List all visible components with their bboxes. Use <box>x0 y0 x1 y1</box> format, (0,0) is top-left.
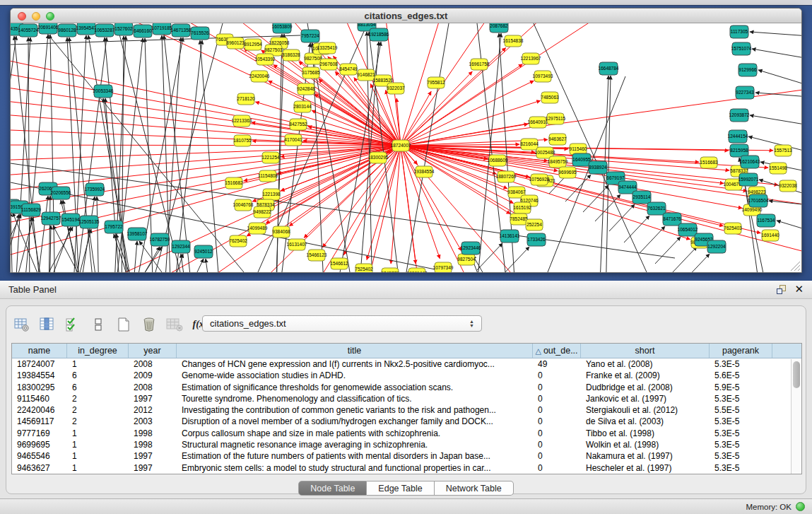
table-cell[interactable]: Dudbridge et al. (2008) <box>581 382 710 393</box>
graph-node[interactable]: 16131407 <box>287 239 307 250</box>
graph-node[interactable]: 12213363 <box>232 115 252 127</box>
table-cell[interactable]: 5.3E-5 <box>710 416 772 427</box>
graph-node[interactable]: 252254 <box>526 219 543 230</box>
table-cell[interactable]: 5.3E-5 <box>710 450 772 462</box>
column-visibility-icon[interactable] <box>39 316 56 333</box>
graph-node[interactable]: 12975115 <box>546 113 566 124</box>
graph-node[interactable]: 8454749 <box>339 64 358 75</box>
table-cell[interactable]: 0 <box>533 393 581 404</box>
graph-node[interactable]: 19384554 <box>414 166 435 177</box>
graph-node[interactable]: 2718120 <box>237 93 255 105</box>
table-cell[interactable]: 2 <box>67 393 129 404</box>
column-header-year[interactable]: year <box>129 344 177 358</box>
table-cell[interactable]: 14569117 <box>12 416 67 427</box>
table-cell[interactable]: 5.3E-5 <box>710 462 772 474</box>
graph-node[interactable]: 1292204 <box>707 240 726 253</box>
table-cell[interactable]: 2008 <box>129 358 177 370</box>
table-cell[interactable]: 0 <box>533 450 581 462</box>
graph-node[interactable]: 1640955 <box>572 153 591 166</box>
graph-node[interactable]: 8186328 <box>282 49 300 61</box>
graph-node[interactable]: 7957224 <box>301 30 319 42</box>
table-cell[interactable]: 1998 <box>129 439 177 450</box>
graph-node[interactable]: 7525402 <box>355 264 373 272</box>
table-cell[interactable]: 5.3E-5 <box>710 393 772 404</box>
table-cell[interactable]: 5.6E-5 <box>710 370 772 381</box>
graph-node[interactable]: 14671358 <box>171 24 192 37</box>
table-cell[interactable]: 0 <box>533 428 581 439</box>
graph-node[interactable]: 4170041 <box>284 134 302 146</box>
zoom-window-icon[interactable] <box>46 12 54 21</box>
graph-node[interactable]: 10973493 <box>533 71 553 82</box>
table-cell[interactable]: Structural magnetic resonance image aver… <box>177 439 533 450</box>
table-row[interactable]: 1830029562008Estimation of significance … <box>12 382 801 393</box>
graph-node[interactable]: 14055724 <box>18 24 39 37</box>
graph-node[interactable]: 10046768 <box>233 199 254 211</box>
window-resize-grip[interactable] <box>791 262 800 271</box>
graph-node[interactable]: 12213967 <box>521 53 541 64</box>
graph-node[interactable]: 1545194 <box>61 214 80 226</box>
graph-node[interactable]: 1557513 <box>774 145 792 156</box>
graph-node[interactable]: 12093872 <box>729 109 750 122</box>
graph-node[interactable]: 8216044 <box>520 139 539 150</box>
graph-node[interactable]: 7955812 <box>427 77 445 88</box>
graph-node[interactable]: 20206556 <box>51 187 71 199</box>
table-row[interactable]: 946554611997Estimation of the future num… <box>12 450 801 462</box>
graph-node[interactable]: 22420046 <box>249 71 270 82</box>
table-cell[interactable]: 1 <box>67 462 129 474</box>
table-cell[interactable]: Jankovic et al. (1997) <box>581 393 710 404</box>
table-row[interactable]: 1938455462009Genome-wide association stu… <box>12 370 801 381</box>
graph-node[interactable]: 8912954 <box>244 39 262 50</box>
memory-status-icon[interactable] <box>796 502 805 511</box>
graph-node[interactable]: 9322037 <box>387 83 405 94</box>
row-height-icon[interactable] <box>90 316 107 333</box>
delete-rows-icon[interactable] <box>141 316 158 333</box>
graph-node[interactable]: 1167534 <box>757 214 775 227</box>
graph-node[interactable]: 10756928 <box>529 174 550 185</box>
column-header-in_degree[interactable]: in_degree <box>67 344 129 358</box>
table-cell[interactable]: Estimation of the future numbers of pati… <box>177 450 533 462</box>
graph-node[interactable]: 1117305 <box>730 25 748 38</box>
column-header-title[interactable]: title <box>177 344 533 358</box>
column-header-short[interactable]: short <box>581 344 710 358</box>
table-cell[interactable]: 49 <box>533 358 581 370</box>
table-cell[interactable]: 0 <box>533 404 581 416</box>
table-cell[interactable]: Corpus callosum shape and size in male p… <box>177 428 533 439</box>
graph-node[interactable]: 16210643 <box>740 156 760 168</box>
graph-node[interactable]: 12942757 <box>41 212 61 225</box>
graph-node[interactable]: 11156829 <box>21 204 41 216</box>
graph-node[interactable]: 1221254 <box>261 152 280 163</box>
table-cell[interactable]: 19384554 <box>12 370 67 381</box>
scrollbar-thumb[interactable] <box>793 361 800 388</box>
graph-node[interactable]: 1516683 <box>700 157 718 168</box>
graph-node[interactable]: 1516682 <box>225 177 243 189</box>
table-cell[interactable]: 0 <box>533 439 581 450</box>
table-cell[interactable]: 2 <box>67 404 129 416</box>
graph-hub-node[interactable]: 18724007 <box>391 140 411 151</box>
table-cell[interactable]: Wolkin et al. (1998) <box>581 439 710 450</box>
graph-node[interactable]: 14099489 <box>247 223 268 234</box>
table-cell[interactable]: Franke et al. (2009) <box>581 370 710 381</box>
graph-node[interactable]: 15992071 <box>739 173 759 186</box>
table-settings-icon[interactable] <box>13 316 30 333</box>
table-cell[interactable]: 0 <box>533 416 581 427</box>
graph-node[interactable]: 16091447 <box>407 268 428 272</box>
graph-node[interactable]: 16648784 <box>599 62 619 75</box>
graph-node[interactable]: 19218586 <box>369 28 389 41</box>
table-cell[interactable]: 2012 <box>129 404 177 416</box>
graph-node[interactable]: 18300295 <box>368 152 389 163</box>
graph-node[interactable]: 1546612 <box>330 258 348 269</box>
table-cell[interactable]: Disruption of a novel member of a sodium… <box>177 416 533 427</box>
select-rows-icon[interactable] <box>64 316 81 333</box>
graph-node[interactable]: 9827504 <box>457 254 476 265</box>
new-table-icon[interactable] <box>115 316 132 333</box>
table-cell[interactable]: Genome-wide association studies in ADHD. <box>177 370 533 381</box>
table-cell[interactable]: 18724007 <box>12 358 67 370</box>
graph-node[interactable]: 15751074 <box>731 42 752 55</box>
graph-node[interactable]: 17359924 <box>85 183 105 196</box>
graph-node[interactable]: 2087682 <box>490 23 508 33</box>
graph-node[interactable]: 10797349 <box>433 262 454 272</box>
graph-node[interactable]: 10653287 <box>95 24 115 37</box>
graph-node[interactable]: 9384068 <box>272 226 290 238</box>
delete-table-icon[interactable] <box>166 316 183 333</box>
graph-node[interactable]: 1733426 <box>527 233 546 246</box>
